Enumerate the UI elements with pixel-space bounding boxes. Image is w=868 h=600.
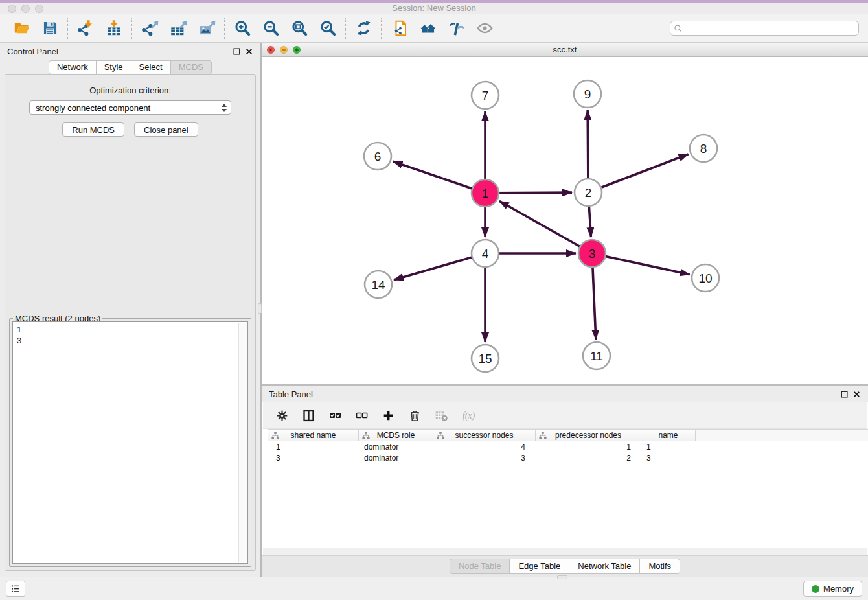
table-panel-title: Table Panel <box>269 389 313 399</box>
float-table-panel-icon[interactable] <box>840 390 849 398</box>
run-mcds-button[interactable]: Run MCDS <box>62 122 124 137</box>
graph-node-4[interactable]: 4 <box>472 240 499 267</box>
graph-node-15[interactable]: 15 <box>472 345 499 372</box>
add-column-button[interactable] <box>380 408 396 423</box>
network-from-selection-button[interactable] <box>389 18 409 39</box>
home-button[interactable] <box>417 18 438 39</box>
close-panel-icon[interactable] <box>245 47 253 56</box>
column-visibility-icon <box>302 409 315 422</box>
table-cell: 3 <box>641 454 696 463</box>
zoom-out-button[interactable] <box>260 18 281 39</box>
control-panel: Control Panel NetworkStyleSelectMCDS Opt… <box>0 43 262 577</box>
add-column-icon <box>382 409 395 422</box>
tab-network[interactable]: Network <box>49 60 97 75</box>
export-table-button[interactable] <box>168 18 188 39</box>
column-header-name[interactable]: name <box>641 430 696 441</box>
export-network-button[interactable] <box>139 18 160 39</box>
select-stepper-icon <box>222 104 227 112</box>
toolbar-group <box>68 18 131 39</box>
svg-text:7: 7 <box>482 89 489 102</box>
tab-motifs[interactable]: Motifs <box>639 559 680 574</box>
table-row[interactable]: 1dominator411 <box>268 441 868 452</box>
window-controls <box>8 5 43 13</box>
delete-column-button[interactable] <box>407 408 422 423</box>
column-header-MCDS-role[interactable]: MCDS role <box>359 430 433 441</box>
search-box[interactable] <box>670 21 859 36</box>
tab-style[interactable]: Style <box>96 60 131 75</box>
graph-node-8[interactable]: 8 <box>690 135 717 162</box>
zoom-fit-button[interactable] <box>289 18 310 39</box>
tab-mcds[interactable]: MCDS <box>170 60 212 75</box>
table-cell: 3 <box>268 454 359 463</box>
svg-text:4: 4 <box>482 247 489 260</box>
svg-text:3: 3 <box>589 247 596 260</box>
graphics-details-button[interactable] <box>446 18 466 39</box>
graph-node-14[interactable]: 14 <box>365 271 392 298</box>
apply-layout-button[interactable] <box>353 18 374 39</box>
network-canvas[interactable]: 7968124314101511 <box>262 57 868 384</box>
zoom-window-button[interactable] <box>35 5 43 13</box>
graph-edge-3-1[interactable] <box>499 201 592 253</box>
mcds-result-scrollbar[interactable] <box>238 323 247 562</box>
graph-node-7[interactable]: 7 <box>472 82 499 109</box>
mcds-result-box[interactable]: 1 3 <box>12 321 248 564</box>
app-titlebar: Session: New Session <box>0 0 868 14</box>
table-horizontal-scrollbar[interactable] <box>263 548 867 555</box>
import-network-button[interactable] <box>75 18 96 39</box>
tab-edge-table[interactable]: Edge Table <box>509 559 569 574</box>
minimize-window-button[interactable] <box>21 5 30 13</box>
column-header-successor-nodes[interactable]: successor nodes <box>433 430 536 441</box>
graph-node-9[interactable]: 9 <box>574 80 601 108</box>
network-close-button[interactable] <box>267 46 275 54</box>
zoom-in-button[interactable] <box>232 18 253 39</box>
select-all-button[interactable] <box>327 408 343 423</box>
graph-node-3[interactable]: 3 <box>578 240 606 267</box>
graph-edge-1-6[interactable] <box>393 161 485 193</box>
optimization-criterion-select[interactable]: strongly connected component <box>29 100 231 115</box>
horizontal-splitter-handle[interactable] <box>557 575 567 579</box>
close-table-panel-icon[interactable] <box>852 390 861 398</box>
column-header-predecessor-nodes[interactable]: predecessor nodes <box>536 430 641 441</box>
clear-selection-button[interactable] <box>354 408 369 423</box>
network-minimize-button[interactable] <box>280 46 288 54</box>
tab-node-table[interactable]: Node Table <box>450 559 510 574</box>
export-image-icon <box>198 19 216 37</box>
gear-button[interactable] <box>274 408 290 423</box>
tab-select[interactable]: Select <box>131 60 171 75</box>
graph-node-2[interactable]: 2 <box>575 179 602 206</box>
float-panel-icon[interactable] <box>233 47 241 56</box>
delete-table-icon <box>435 409 448 422</box>
eye-icon <box>476 19 494 37</box>
column-header-shared-name[interactable]: shared name <box>268 430 359 441</box>
import-network-icon <box>77 19 95 37</box>
network-graph: 7968124314101511 <box>262 57 867 384</box>
vertical-splitter-handle[interactable] <box>258 303 262 314</box>
task-history-button[interactable] <box>6 581 25 597</box>
control-panel-tabs: NetworkStyleSelectMCDS <box>0 60 260 75</box>
close-window-button[interactable] <box>8 5 16 13</box>
open-session-button[interactable] <box>11 18 32 39</box>
memory-button[interactable]: Memory <box>803 581 862 597</box>
tab-network-table[interactable]: Network Table <box>569 559 640 574</box>
zoom-selected-button[interactable] <box>317 18 338 39</box>
graph-node-6[interactable]: 6 <box>364 143 391 170</box>
graph-node-1[interactable]: 1 <box>472 179 499 207</box>
table-toolbar: f(x) <box>263 402 867 429</box>
table-cell: 3 <box>433 454 536 463</box>
import-table-button[interactable] <box>104 18 124 39</box>
close-panel-button[interactable]: Close panel <box>134 122 198 137</box>
graph-edge-2-8[interactable] <box>588 154 689 192</box>
column-visibility-button[interactable] <box>301 408 316 423</box>
network-zoom-button[interactable] <box>293 46 301 54</box>
network-window-controls <box>267 46 301 54</box>
table-row[interactable]: 3dominator323 <box>268 452 868 463</box>
function-builder-button: f(x) <box>460 408 475 423</box>
save-session-button[interactable] <box>40 18 60 39</box>
graph-edge-3-10[interactable] <box>592 253 690 275</box>
search-input[interactable] <box>683 23 855 34</box>
graph-node-10[interactable]: 10 <box>692 264 719 292</box>
eye-button <box>474 18 495 39</box>
table-cell: 2 <box>536 454 641 463</box>
graph-node-11[interactable]: 11 <box>583 342 610 369</box>
export-image-button[interactable] <box>196 18 217 39</box>
